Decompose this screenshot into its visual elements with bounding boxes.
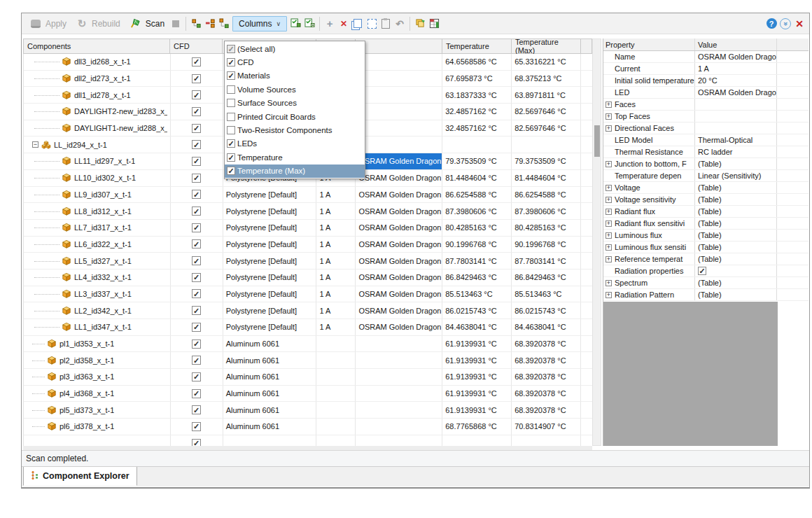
component-cell[interactable]: − LL2_id342_x_t-1 [24,302,171,319]
led-cell[interactable] [356,104,442,120]
led-cell[interactable] [356,402,442,419]
property-label-cell[interactable]: + Spectrum [603,277,695,288]
current-cell[interactable] [316,419,356,435]
led-cell[interactable]: OSRAM Golden Dragon [356,170,442,187]
property-value-cell[interactable]: (Table) [695,182,777,193]
cfd-checkbox[interactable]: ✓ [192,439,201,446]
cfd-checkbox[interactable]: ✓ [192,223,201,232]
property-label-cell[interactable]: + Initial solid temperature [603,75,695,86]
property-label-cell[interactable]: + Directional Faces [603,122,695,134]
material-cell[interactable]: Aluminum 6061 [223,369,317,386]
material-cell[interactable]: Aluminum 6061 [223,336,317,353]
property-value-cell[interactable] [695,99,777,110]
expand-plus-icon[interactable]: + [606,292,612,298]
led-cell[interactable] [356,336,442,353]
header-temperature[interactable]: Temperature [442,38,512,54]
cfd-checkbox[interactable]: ✓ [192,372,201,382]
current-cell[interactable] [316,336,356,353]
property-row[interactable]: + Thermal Resistance RC ladder [603,146,808,158]
material-cell[interactable]: Aluminum 6061 [223,402,317,419]
table-row[interactable]: − LL4_id332_x_t-1 ✓ Polystyrene [Default… [24,270,592,286]
current-cell[interactable]: 1 A [316,302,356,319]
columns-dropdown-item[interactable]: ✓ Printed Circuit Boards [225,110,365,123]
columns-dropdown-item[interactable]: ✓ (Select all) [225,42,365,55]
tree-levels-icon[interactable] [217,17,231,31]
current-cell[interactable]: 1 A [316,220,356,237]
columns-dropdown-item[interactable]: ✓ Volume Sources [225,83,365,96]
property-row[interactable]: + LED OSRAM Golden Drago [603,87,808,99]
property-value-cell[interactable]: (Table) [695,218,777,229]
export-table-icon[interactable] [427,17,441,31]
property-value-cell[interactable]: (Table) [695,241,777,253]
component-cell[interactable]: − LL11_id297_x_t-1 [24,153,171,170]
current-cell[interactable] [316,402,356,419]
component-cell[interactable]: − LL7_id317_x_t-1 [24,220,171,237]
expand-plus-icon[interactable]: + [606,197,612,203]
header-temperature-max[interactable]: Temperature (Max) [512,38,581,54]
property-header[interactable]: Property [603,38,695,50]
undo-icon[interactable]: ↶ [393,17,407,31]
component-cell[interactable]: − pl5_id373_x_t-1 [24,402,171,419]
help-icon[interactable]: ? [764,17,778,31]
component-cell[interactable]: − pl3_id363_x_t-1 [24,369,171,386]
led-cell[interactable] [356,352,442,369]
property-row[interactable]: + Name OSRAM Golden Drago [603,51,808,63]
property-value-cell[interactable]: (Table) [695,230,777,241]
component-cell[interactable]: − LL8_id312_x_t-1 [24,203,171,220]
copy-special-icon[interactable] [365,17,379,31]
component-cell[interactable]: − pl2_id358_x_t-1 [24,352,171,369]
led-cell[interactable]: OSRAM Golden Dragon [356,203,442,220]
property-row[interactable]: + Initial solid temperature 20 °C [603,75,808,87]
cfd-checkbox[interactable]: ✓ [192,323,201,332]
cfd-checkbox[interactable]: ✓ [192,190,201,199]
table-row[interactable]: − pl3_id363_x_t-1 ✓ Aluminum 6061 61.913… [24,369,592,386]
component-cell[interactable]: − DAYLIGHT1-new_id288_x_t-1 [24,120,171,137]
property-row[interactable]: + Temperature depen Linear (Sensitivity) [603,170,808,182]
scrollbar-thumb[interactable] [594,125,600,157]
component-cell[interactable]: − dll3_id268_x_t-1 [24,54,171,71]
columns-dropdown-item[interactable]: ✓ Materials [225,69,365,83]
material-cell[interactable]: Polystyrene [Default] [223,270,317,286]
apply-button[interactable]: Apply [24,15,71,33]
material-cell[interactable]: Polystyrene [Default] [223,203,317,220]
led-cell[interactable]: OSRAM Golden Dragon [356,153,442,170]
table-row[interactable]: − LL1_id347_x_t-1 ✓ Polystyrene [Default… [24,319,592,336]
tab-component-explorer[interactable]: Component Explorer [23,467,137,486]
dropdown-checkbox[interactable]: ✓ [227,45,235,53]
property-label-cell[interactable]: + Name [603,51,695,62]
table-row[interactable]: − LL3_id337_x_t-1 ✓ Polystyrene [Default… [24,286,592,303]
table-row[interactable]: − ✓ [24,435,592,446]
cfd-checkbox[interactable]: ✓ [192,256,201,265]
table-row[interactable]: − LL2_id342_x_t-1 ✓ Polystyrene [Default… [24,302,592,319]
columns-dropdown-button[interactable]: Columns ∨ [232,16,287,31]
cfd-checkbox[interactable]: ✓ [192,273,201,282]
dropdown-checkbox[interactable]: ✓ [227,71,235,80]
dropdown-checkbox[interactable]: ✓ [227,167,235,175]
property-label-cell[interactable]: + Luminous flux sensiti [603,241,695,253]
table-row[interactable]: − pl6_id378_x_t-1 ✓ Aluminum 6061 68.776… [24,419,592,435]
led-cell[interactable] [356,435,442,446]
add-icon[interactable]: + [323,17,337,31]
property-value-cell[interactable]: RC ladder [695,146,777,158]
property-row[interactable]: + Junction to bottom, F (Table) [603,158,808,170]
property-label-cell[interactable]: + Reference temperat [603,253,695,265]
led-cell[interactable] [356,54,442,71]
property-value-cell[interactable]: (Table) [695,206,777,217]
close-icon[interactable]: ✕ [792,17,806,31]
table-row[interactable]: − LL5_id327_x_t-1 ✓ Polystyrene [Default… [24,253,592,270]
material-cell[interactable]: Aluminum 6061 [223,352,317,369]
property-row[interactable]: + Luminous flux sensiti (Table) [603,241,808,253]
cfd-checkbox[interactable]: ✓ [192,422,201,431]
table-row[interactable]: − pl1_id353_x_t-1 ✓ Aluminum 6061 61.913… [24,336,592,353]
property-label-cell[interactable]: + Radiant flux [603,206,695,217]
cfd-checkbox[interactable]: ✓ [192,74,201,83]
table-row[interactable]: − LL7_id317_x_t-1 ✓ Polystyrene [Default… [24,220,592,237]
material-cell[interactable] [223,435,317,446]
cfd-checkbox[interactable]: ✓ [192,90,201,99]
cfd-checkbox[interactable]: ✓ [192,157,201,166]
expand-plus-icon[interactable]: + [606,161,612,167]
uncheck-all-icon[interactable] [302,17,316,31]
expand-plus-icon[interactable]: + [606,280,612,286]
led-cell[interactable] [356,386,442,402]
cfd-checkbox[interactable]: ✓ [192,140,201,149]
